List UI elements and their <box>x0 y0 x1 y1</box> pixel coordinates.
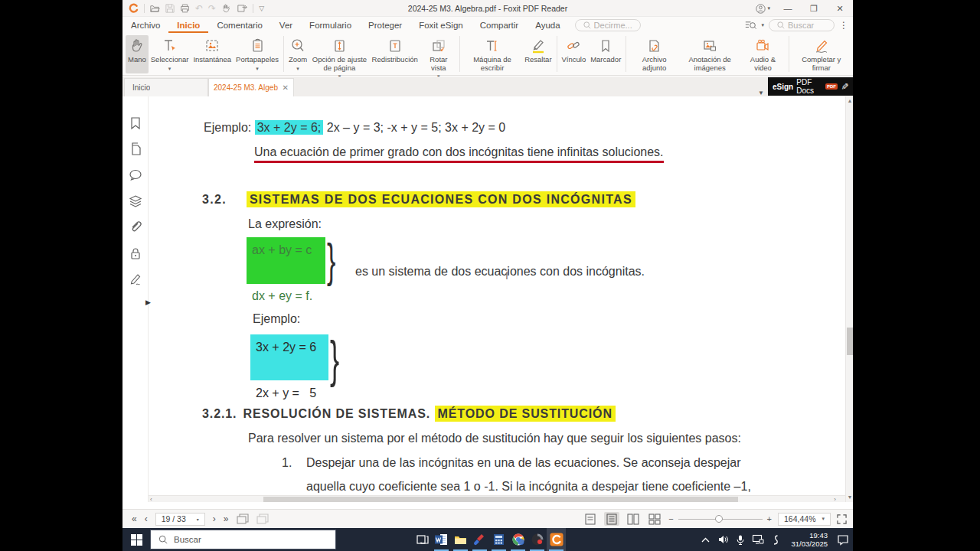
tab-start-page[interactable]: Inicio <box>124 78 208 96</box>
highlight-button[interactable]: Resaltar <box>522 35 554 73</box>
reflow-button[interactable]: Redistribución <box>370 35 420 73</box>
export-icon[interactable] <box>237 4 247 13</box>
first-page-button[interactable]: « <box>132 514 137 524</box>
taskbar-chrome[interactable] <box>508 528 528 551</box>
tab-close-icon[interactable]: ✕ <box>283 83 289 92</box>
link-button[interactable]: Vínculo <box>559 35 588 73</box>
more-options-icon[interactable]: ⋮ <box>839 20 848 31</box>
open-file-icon[interactable] <box>150 4 160 13</box>
layers-panel-icon[interactable] <box>129 194 142 208</box>
taskbar-word[interactable] <box>432 528 451 551</box>
typewriter-button[interactable]: Máquina de escribir <box>462 35 522 73</box>
taskbar-recorder-app[interactable] <box>528 528 547 551</box>
horizontal-scrollbar[interactable]: ‹ › <box>149 495 845 502</box>
vertical-scroll-thumb[interactable] <box>847 328 853 355</box>
zoom-out-button[interactable]: − <box>668 514 673 523</box>
esign-banner[interactable]: eSign PDF Docs PDF ✎ <box>768 77 853 96</box>
snapshot-button[interactable]: Instantánea <box>191 35 234 73</box>
zoom-caret-icon[interactable]: ▾ <box>822 516 825 522</box>
continuous-view-button[interactable] <box>604 512 619 526</box>
image-annotation-button[interactable]: Anotación de imágenes <box>680 35 740 73</box>
menu-compartir[interactable]: Compartir <box>472 17 527 33</box>
bookmark-panel-icon[interactable] <box>129 116 142 130</box>
find-caret-icon[interactable]: ▾ <box>761 22 764 28</box>
tray-app-icon[interactable] <box>770 534 781 545</box>
next-view-icon[interactable] <box>256 514 269 524</box>
fullscreen-icon[interactable] <box>837 514 847 524</box>
menu-proteger[interactable]: Proteger <box>360 17 410 33</box>
audio-video-button[interactable]: Audio & video <box>740 35 786 73</box>
fill-sign-button[interactable]: Completar y firmar <box>792 35 851 73</box>
scroll-down-icon[interactable]: ▼ <box>846 493 853 502</box>
tab-algebra-pdf[interactable]: 2024-25 M3. Algebra.... ✕ <box>208 78 294 96</box>
last-page-button[interactable]: » <box>224 514 229 524</box>
account-icon[interactable]: ▾ <box>756 4 770 14</box>
security-panel-icon[interactable] <box>129 246 142 260</box>
facing-view-button[interactable] <box>626 512 641 526</box>
taskbar-file-explorer[interactable] <box>451 528 470 551</box>
menu-archivo[interactable]: Archivo <box>122 17 168 33</box>
signature-panel-icon[interactable] <box>129 272 142 286</box>
find-options-icon[interactable] <box>745 21 756 30</box>
horizontal-scroll-thumb[interactable] <box>263 497 738 502</box>
customize-qat-icon[interactable]: ▽ <box>259 5 264 12</box>
task-view-button[interactable] <box>413 528 432 551</box>
page-number-box[interactable]: 19 / 33 ▾ <box>155 513 205 526</box>
attachments-panel-icon[interactable] <box>129 220 142 234</box>
menu-ayuda[interactable]: Ayuda <box>527 17 568 33</box>
select-text-button[interactable]: Seleccionar ▾ <box>149 35 191 73</box>
close-button[interactable]: ✕ <box>827 0 853 17</box>
panel-expand-icon[interactable]: ▶ <box>145 298 151 306</box>
minimize-button[interactable]: — <box>775 0 801 17</box>
menu-formulario[interactable]: Formulario <box>301 17 360 33</box>
menu-ver[interactable]: Ver <box>271 17 301 33</box>
taskbar-calculator[interactable] <box>489 528 508 551</box>
restore-button[interactable]: ❐ <box>801 0 827 17</box>
facing-continuous-view-button[interactable] <box>647 512 662 526</box>
taskbar-clock[interactable]: 19:43 31/03/2025 <box>788 531 831 548</box>
image-annotation-icon <box>701 37 718 54</box>
attach-file-button[interactable]: Archivo adjunto <box>629 35 680 73</box>
taskbar-tool-app[interactable] <box>470 528 489 551</box>
zoom-in-button[interactable]: + <box>767 514 772 523</box>
tray-expand-icon[interactable] <box>700 534 710 545</box>
tellme-box[interactable]: Decirme... <box>575 19 641 31</box>
undo-icon[interactable]: ↶ <box>195 3 203 14</box>
save-icon[interactable] <box>165 4 175 13</box>
comments-panel-icon[interactable] <box>129 168 142 182</box>
bookmark-button[interactable]: Marcador <box>588 35 623 73</box>
hand-tool-icon[interactable] <box>221 4 232 13</box>
zoom-slider-knob[interactable] <box>715 515 723 523</box>
print-icon[interactable] <box>180 4 190 13</box>
clipboard-button[interactable]: Portapapeles ▾ <box>234 35 281 73</box>
pages-panel-icon[interactable] <box>129 142 142 156</box>
single-page-view-button[interactable] <box>583 512 598 526</box>
taskbar-search-box[interactable]: Buscar <box>150 530 336 549</box>
previous-view-icon[interactable] <box>237 514 249 524</box>
vertical-scrollbar[interactable]: ▲ ▼ <box>845 96 853 502</box>
scroll-right-icon[interactable]: › <box>834 496 836 502</box>
rotate-view-button[interactable]: Rotar vista ▾ <box>420 35 457 73</box>
redo-icon[interactable]: ↷ <box>208 3 216 14</box>
hand-tool-button[interactable]: Mano <box>126 35 149 73</box>
next-page-button[interactable]: › <box>213 514 216 524</box>
zoom-slider-track[interactable] <box>678 519 763 520</box>
zoom-button[interactable]: Zoom ▾ <box>286 35 309 73</box>
prev-page-button[interactable]: ‹ <box>145 514 148 524</box>
volume-icon[interactable] <box>717 534 728 545</box>
start-button[interactable] <box>122 528 150 551</box>
zoom-level-box[interactable]: 164,44% ▾ <box>778 513 831 526</box>
taskbar-foxit[interactable] <box>547 528 566 551</box>
network-display-icon[interactable] <box>753 534 763 545</box>
menu-comentario[interactable]: Comentario <box>208 17 270 33</box>
fit-page-button[interactable]: Opción de ajuste de página ▾ <box>309 35 369 73</box>
scroll-up-icon[interactable]: ▲ <box>846 96 853 106</box>
action-center-icon[interactable] <box>838 534 848 545</box>
search-box[interactable]: Buscar <box>769 19 835 31</box>
tool-app-icon <box>474 533 485 546</box>
menu-foxit-esign[interactable]: Foxit eSign <box>410 17 472 33</box>
menu-inicio[interactable]: Inicio <box>168 17 208 33</box>
page-caret-icon[interactable]: ▾ <box>197 517 199 522</box>
scroll-left-icon[interactable]: ‹ <box>150 496 152 502</box>
microphone-icon[interactable] <box>735 534 746 545</box>
